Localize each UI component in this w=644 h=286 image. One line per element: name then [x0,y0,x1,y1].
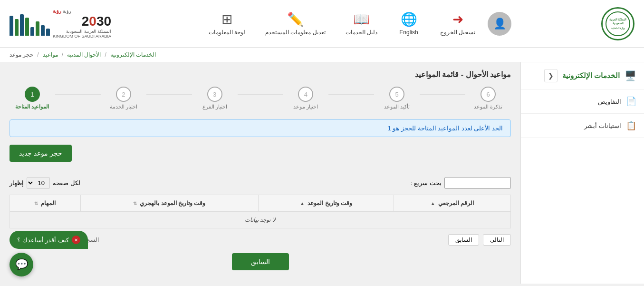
search-label: بحث سريع : [411,179,442,187]
nav-actions: 👤 ➜ تسجيل الخروج 🌐 English 📖 دليل الخدما… [111,9,601,39]
vision-label: رؤية رؤية [53,9,111,14]
sort-tasks-icon[interactable]: ⇅ [34,201,38,206]
step-6-circle: 6 [481,87,496,102]
sidebar-item-negotiations[interactable]: 📄 التفاويض [521,89,644,114]
vision-sub: المملكة العربية السعوديةKINGDOM OF SAUDI… [53,29,111,39]
top-navigation: المملكة العربية السعودية وزارة الداخلية … [0,0,644,48]
absher-icon: 📋 [626,120,636,131]
page-title: مواعيد الأحوال - قائمة المواعيد [10,70,511,79]
col-datetime: وقت وتاريخ الموعد ▲ [258,195,394,212]
dashboard-label: لوحة المعلومات [209,29,245,36]
step-4: 4 اختيار موعد [283,87,328,110]
step-1-circle: 1 [25,87,40,102]
step-5-label: تأكيد الموعد [384,104,410,110]
pagination-buttons: التالي السابق [448,234,511,246]
user-avatar[interactable]: 👤 [488,12,511,36]
no-data-row: لا توجد بيانات [10,212,511,228]
step-line-5-6 [420,94,465,95]
sidebar: 🖥️ الخدمات الإلكترونية ❮ 📄 التفاويض 📋 اس… [520,62,644,284]
logout-label: تسجيل الخروج [440,29,475,36]
sidebar-header: 🖥️ الخدمات الإلكترونية ❮ [521,62,644,89]
info-box: الحد الأعلى لعدد المواعيد المتاحة للحجز … [10,119,511,137]
svg-text:المملكة العربية: المملكة العربية [609,18,627,21]
search-control: بحث سريع : [411,177,511,189]
chat-widget: ✕ كيف أقدر أساعدك ؟ 💬 [10,231,88,276]
chat-bubble: ✕ كيف أقدر أساعدك ؟ [10,231,88,249]
book-icon: 📖 [353,11,370,27]
svg-text:وزارة الداخلية: وزارة الداخلية [611,27,625,30]
sidebar-collapse-button[interactable]: ❮ [544,69,557,82]
no-data-cell: لا توجد بيانات [10,212,511,228]
breadcrumb-civil-affairs[interactable]: الأحوال المدنية [67,51,101,58]
chat-icon: 💬 [15,258,28,271]
service-guide-button[interactable]: 📖 دليل الخدمات [338,9,385,39]
ministry-logo: المملكة العربية السعودية وزارة الداخلية [601,7,634,40]
search-input[interactable] [444,177,511,189]
step-5-circle: 5 [389,87,404,102]
step-5: 5 تأكيد الموعد [374,87,420,110]
table-controls: بحث سريع : لكل صفحة 10 25 50 إظهار [10,177,511,189]
step-2: 2 اختيار الخدمة [101,87,146,110]
sort-ref-icon[interactable]: ▲ [431,201,435,206]
show-label: إظهار [10,179,24,187]
chat-close-button[interactable]: ✕ [72,236,80,244]
sidebar-title: الخدمات الإلكترونية [562,71,620,80]
service-guide-label: دليل الخدمات [346,29,377,36]
logo-area: المملكة العربية السعودية وزارة الداخلية [601,7,634,40]
show-control: لكل صفحة 10 25 50 إظهار [10,177,80,189]
breadcrumb: الخدمات الإلكترونية / الأحوال المدنية / … [0,48,644,62]
step-line-3-4 [238,94,283,95]
sort-hijri-icon[interactable]: ⇅ [133,201,137,206]
step-1-label: المواعيد المتاحة [15,104,49,110]
per-page-select[interactable]: 10 25 50 [27,177,50,189]
col-ref: الرقم المرجعي ▲ [394,195,510,212]
main-layout: 🖥️ الخدمات الإلكترونية ❮ 📄 التفاويض 📋 اس… [0,62,644,284]
step-3-circle: 3 [207,87,222,102]
edit-icon: ✏️ [287,11,304,27]
dashboard-icon: ⊞ [221,11,232,27]
sidebar-item-absher-label: استيانات أبشر [584,122,621,129]
chat-bubble-text: كيف أقدر أساعدك ؟ [17,237,69,244]
step-3-label: اختيار الفرع [202,104,227,110]
breadcrumb-electronic-services[interactable]: الخدمات الإلكترونية [110,51,156,58]
breadcrumb-appointments[interactable]: مواعيد [43,51,58,58]
dashboard-button[interactable]: ⊞ لوحة المعلومات [201,9,253,39]
back-button[interactable]: السابق [232,253,289,270]
step-line-1-2 [55,94,101,95]
negotiations-icon: 📄 [626,96,636,107]
svg-text:السعودية: السعودية [613,22,624,25]
step-4-label: اختيار موعد [293,104,318,110]
step-line-4-5 [328,94,374,95]
vision-2030-logo: رؤية رؤية 2030 المملكة العربية السعوديةK… [10,9,111,39]
step-2-circle: 2 [116,87,131,102]
step-6: 6 تذكرة الموعد [465,87,511,110]
appointments-table: الرقم المرجعي ▲ وقت وتاريخ الموعد ▲ وقت … [10,195,511,228]
edit-info-button[interactable]: ✏️ تعديل معلومات المستخدم [258,9,333,39]
stepper: 6 تذكرة الموعد 5 تأكيد الموعد 4 اختيار م… [10,87,511,110]
new-appointment-button[interactable]: حجز موعد جديد [10,145,72,162]
english-label: English [399,29,418,36]
step-6-label: تذكرة الموعد [474,104,502,110]
globe-icon: 🌐 [401,11,417,27]
col-hijri: وقت وتاريخ الموعد بالهجري ⇅ [80,195,258,212]
sidebar-item-negotiations-label: التفاويض [598,98,621,105]
sort-datetime-icon[interactable]: ▲ [300,201,305,206]
edit-info-label: تعديل معلومات المستخدم [265,29,326,36]
next-page-button[interactable]: التالي [483,234,511,246]
chat-open-button[interactable]: 💬 [10,253,33,276]
sidebar-item-absher[interactable]: 📋 استيانات أبشر [521,114,644,138]
breadcrumb-current: حجز موعد [10,51,33,58]
prev-page-button[interactable]: السابق [448,234,479,246]
english-button[interactable]: 🌐 English [390,9,428,39]
sidebar-logo-icon: 🖥️ [625,70,636,81]
logout-icon: ➜ [452,11,463,27]
step-1: 1 المواعيد المتاحة [10,87,55,110]
logout-button[interactable]: ➜ تسجيل الخروج [433,9,483,39]
vision-chart [10,12,50,36]
step-line-2-3 [146,94,192,95]
show-per-page-suffix: لكل صفحة [53,179,80,187]
step-3: 3 اختيار الفرع [192,87,238,110]
vision-year: 2030 [53,14,111,29]
step-4-circle: 4 [298,87,313,102]
step-2-label: اختيار الخدمة [110,104,137,110]
